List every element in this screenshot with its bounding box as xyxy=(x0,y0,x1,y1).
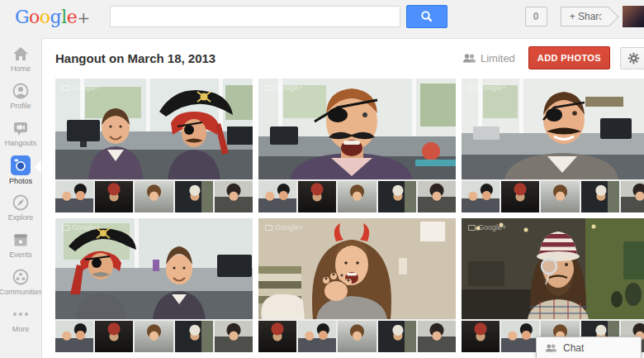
main-area: Home Profile Hangouts Photos Explore xyxy=(0,33,644,358)
camera-badge-icon xyxy=(265,85,272,91)
filmstrip xyxy=(258,319,456,352)
sidebar-item-label: More xyxy=(12,325,30,333)
top-bar: Google+ 0 + Share xyxy=(0,0,644,33)
hangout-photo-4[interactable]: Google+ xyxy=(55,218,253,352)
sidebar-item-label: Hangouts xyxy=(5,139,37,147)
photo-6-image xyxy=(462,218,644,319)
hangouts-icon xyxy=(12,119,30,137)
filmstrip-thumb xyxy=(501,321,539,352)
hangout-photo-3[interactable]: Google+ xyxy=(462,79,644,212)
profile-icon xyxy=(12,82,30,100)
filmstrip-thumb xyxy=(258,321,296,352)
filmstrip-thumb xyxy=(501,181,539,212)
search-input[interactable] xyxy=(110,6,400,27)
filmstrip-thumb xyxy=(135,181,173,212)
photo-1-image xyxy=(55,79,253,179)
filmstrip-thumb xyxy=(298,321,336,352)
sidebar-item-label: Profile xyxy=(10,102,31,110)
filmstrip-thumb xyxy=(55,181,93,212)
photo-4-image xyxy=(55,218,253,319)
watermark-text: Google+ xyxy=(72,223,100,232)
filmstrip xyxy=(55,319,253,352)
add-photos-button[interactable]: ADD PHOTOS xyxy=(528,46,610,69)
photo-watermark: Google+ xyxy=(62,84,100,92)
sidebar-item-events[interactable]: Events xyxy=(0,226,41,263)
watermark-text: Google+ xyxy=(478,223,506,232)
events-icon xyxy=(12,231,30,249)
filmstrip-thumb xyxy=(378,321,416,352)
sidebar-item-label: Photos xyxy=(9,177,32,185)
watermark-text: Google+ xyxy=(72,84,100,92)
watermark-text: Google+ xyxy=(275,223,303,232)
camera-badge-icon xyxy=(62,225,69,231)
album-header: Hangout on March 18, 2013 Limited ADD PH… xyxy=(42,39,644,77)
top-bar-right: 0 + Share xyxy=(525,6,644,27)
hangout-photo-5[interactable]: Google+ xyxy=(258,218,456,352)
chat-people-icon xyxy=(545,343,557,353)
photo-grid: Google+ xyxy=(42,77,644,352)
photo-5-image xyxy=(258,218,456,319)
sidebar-item-label: Home xyxy=(11,64,31,73)
chat-bar[interactable]: Chat xyxy=(536,337,642,358)
home-icon xyxy=(12,45,30,63)
camera-badge-icon xyxy=(265,225,272,231)
chat-label: Chat xyxy=(563,342,584,354)
active-section-arrow xyxy=(35,160,41,174)
sidebar-item-communities[interactable]: Communities xyxy=(0,263,41,300)
filmstrip-thumb xyxy=(175,181,213,212)
hangout-photo-1[interactable]: Google+ xyxy=(55,79,253,212)
google-plus-page: Google+ 0 + Share Home Profile Hangouts xyxy=(0,0,644,358)
search-icon xyxy=(420,10,433,23)
filmstrip xyxy=(462,179,644,212)
filmstrip-thumb xyxy=(338,181,376,212)
google-plus-logo[interactable]: Google+ xyxy=(15,7,90,27)
filmstrip-thumb xyxy=(621,181,644,212)
photo-watermark: Google+ xyxy=(265,223,303,232)
filmstrip xyxy=(258,179,456,212)
photo-watermark: Google+ xyxy=(468,223,506,232)
filmstrip-thumb xyxy=(55,321,93,352)
sidebar-item-label: Communities xyxy=(0,288,42,296)
camera-badge-icon xyxy=(468,225,476,231)
sidebar-item-home[interactable]: Home xyxy=(0,40,41,77)
filmstrip-thumb xyxy=(215,321,253,352)
filmstrip-thumb xyxy=(135,321,173,352)
hangout-photo-6[interactable]: Google+ xyxy=(462,218,644,352)
filmstrip-thumb xyxy=(175,321,213,352)
avatar[interactable] xyxy=(623,6,644,27)
filmstrip-thumb xyxy=(418,321,456,352)
settings-button[interactable] xyxy=(620,47,644,69)
photos-icon xyxy=(11,155,31,175)
album-title: Hangout on March 18, 2013 xyxy=(55,51,462,65)
sidebar-item-hangouts[interactable]: Hangouts xyxy=(0,114,41,151)
filmstrip xyxy=(55,179,253,212)
logo-letter: e xyxy=(67,7,78,27)
communities-icon xyxy=(12,268,30,286)
logo-letter: o xyxy=(40,7,50,27)
logo-letter: G xyxy=(15,7,29,27)
sidebar-item-photos[interactable]: Photos xyxy=(0,151,41,189)
photo-watermark: Google+ xyxy=(62,223,100,232)
visibility-chip[interactable]: Limited xyxy=(462,52,515,64)
people-icon xyxy=(462,53,476,64)
camera-badge-icon xyxy=(62,85,69,91)
search-button[interactable] xyxy=(406,5,447,28)
sidebar-item-profile[interactable]: Profile xyxy=(0,77,41,114)
sidebar-item-explore[interactable]: Explore xyxy=(0,189,41,226)
hangout-photo-2[interactable]: Google+ xyxy=(258,79,456,212)
share-button[interactable]: + Share xyxy=(561,7,609,26)
filmstrip-thumb xyxy=(215,181,253,212)
filmstrip-thumb xyxy=(258,181,296,212)
sidebar-item-label: Events xyxy=(9,251,32,259)
sidebar: Home Profile Hangouts Photos Explore xyxy=(0,33,41,358)
sidebar-item-label: Explore xyxy=(8,213,34,222)
notifications-badge[interactable]: 0 xyxy=(525,7,547,26)
sidebar-item-more[interactable]: More xyxy=(0,300,41,337)
camera-badge-icon xyxy=(468,85,476,91)
logo-letter: g xyxy=(50,7,62,27)
photo-watermark: Google+ xyxy=(265,84,303,92)
visibility-label: Limited xyxy=(481,52,515,64)
filmstrip-thumb xyxy=(298,181,336,212)
gear-icon xyxy=(627,52,640,64)
filmstrip-thumb xyxy=(581,181,619,212)
